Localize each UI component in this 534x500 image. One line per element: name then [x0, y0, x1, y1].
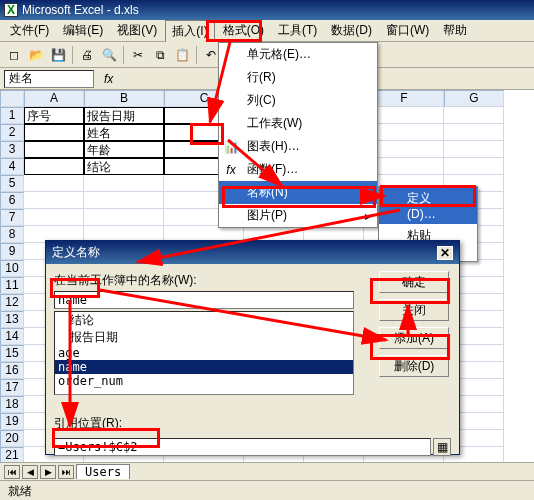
col-header[interactable]: G	[444, 90, 504, 107]
cell[interactable]	[24, 192, 84, 209]
row-header[interactable]: 20	[0, 430, 24, 447]
menu-data[interactable]: 数据(D)	[325, 20, 378, 41]
row-header[interactable]: 1	[0, 107, 24, 124]
list-item[interactable]: age	[55, 346, 353, 360]
copy-icon[interactable]: ⧉	[150, 45, 170, 65]
add-button[interactable]: 添加(A)	[379, 327, 449, 349]
row-header[interactable]: 17	[0, 379, 24, 396]
dialog-titlebar: 定义名称 ✕	[46, 241, 459, 264]
cell[interactable]	[444, 124, 504, 141]
row-header[interactable]: 5	[0, 175, 24, 192]
cell[interactable]	[24, 124, 84, 141]
name-input[interactable]	[54, 291, 354, 309]
dmi-sheet[interactable]: 工作表(W)	[219, 112, 377, 135]
print-icon[interactable]: 🖨	[77, 45, 97, 65]
cell[interactable]	[444, 141, 504, 158]
cell[interactable]: 姓名	[84, 124, 164, 141]
menu-window[interactable]: 窗口(W)	[380, 20, 435, 41]
row-header[interactable]: 11	[0, 277, 24, 294]
cell[interactable]	[444, 107, 504, 124]
dmi-define[interactable]: 定义(D)…	[379, 187, 477, 224]
tab-last-icon[interactable]: ⏭	[58, 465, 74, 479]
dmi-picture[interactable]: 图片(P)▸	[219, 204, 377, 227]
menu-tools[interactable]: 工具(T)	[272, 20, 323, 41]
cut-icon[interactable]: ✂	[128, 45, 148, 65]
cell[interactable]: 年龄	[84, 141, 164, 158]
sheet-tab[interactable]: Users	[76, 464, 130, 479]
cell[interactable]	[444, 158, 504, 175]
dmi-function[interactable]: fx函数(F)…	[219, 158, 377, 181]
dmi-name[interactable]: 名称(N)▸	[219, 181, 377, 204]
delete-button[interactable]: 删除(D)	[379, 355, 449, 377]
row-header[interactable]: 3	[0, 141, 24, 158]
menu-format[interactable]: 格式(O)	[217, 20, 270, 41]
row-header[interactable]: 8	[0, 226, 24, 243]
ok-button[interactable]: 确定	[379, 271, 449, 293]
sheet-tab-bar: ⏮ ◀ ▶ ⏭ Users	[0, 462, 534, 480]
menu-view[interactable]: 视图(V)	[111, 20, 163, 41]
cell[interactable]	[84, 192, 164, 209]
name-box[interactable]: 姓名	[4, 70, 94, 88]
col-header[interactable]: A	[24, 90, 84, 107]
chart-menu-icon: 📊	[223, 140, 239, 154]
dialog-close-button[interactable]: ✕	[437, 246, 453, 260]
row-header[interactable]: 18	[0, 396, 24, 413]
row-header[interactable]: 9	[0, 243, 24, 260]
row-header[interactable]: 12	[0, 294, 24, 311]
open-icon[interactable]: 📂	[26, 45, 46, 65]
row-header[interactable]: 4	[0, 158, 24, 175]
list-item[interactable]: name	[55, 360, 353, 374]
submenu-arrow-icon: ▸	[365, 186, 371, 200]
dmi-rows[interactable]: 行(R)	[219, 66, 377, 89]
col-header[interactable]: B	[84, 90, 164, 107]
row-header[interactable]: 10	[0, 260, 24, 277]
menu-file[interactable]: 文件(F)	[4, 20, 55, 41]
close-button[interactable]: 关闭	[379, 299, 449, 321]
dmi-cols[interactable]: 列(C)	[219, 89, 377, 112]
row-header[interactable]: 15	[0, 345, 24, 362]
dmi-chart[interactable]: 📊图表(H)…	[219, 135, 377, 158]
titlebar: X Microsoft Excel - d.xls	[0, 0, 534, 20]
new-icon[interactable]: ◻	[4, 45, 24, 65]
menu-help[interactable]: 帮助	[437, 20, 473, 41]
app-icon: X	[4, 3, 18, 17]
row-header[interactable]: 2	[0, 124, 24, 141]
row-header[interactable]: 7	[0, 209, 24, 226]
row-header[interactable]: 13	[0, 311, 24, 328]
cell[interactable]	[24, 141, 84, 158]
status-bar: 就绪	[0, 480, 534, 500]
fx-icon[interactable]: fx	[98, 72, 119, 86]
cell[interactable]	[24, 175, 84, 192]
fx-menu-icon: fx	[223, 163, 239, 177]
list-item[interactable]: 结论	[55, 312, 353, 329]
cell[interactable]	[84, 209, 164, 226]
insert-dropdown: 单元格(E)… 行(R) 列(C) 工作表(W) 📊图表(H)… fx函数(F)…	[218, 42, 378, 228]
status-text: 就绪	[8, 484, 32, 498]
list-item[interactable]: order_num	[55, 374, 353, 388]
cell[interactable]: 报告日期	[84, 107, 164, 124]
dmi-cells[interactable]: 单元格(E)…	[219, 43, 377, 66]
preview-icon[interactable]: 🔍	[99, 45, 119, 65]
names-listbox[interactable]: 结论 报告日期 age name order_num	[54, 311, 354, 395]
list-item[interactable]: 报告日期	[55, 329, 353, 346]
cell[interactable]: 序号	[24, 107, 84, 124]
row-header[interactable]: 16	[0, 362, 24, 379]
paste-icon[interactable]: 📋	[172, 45, 192, 65]
row-header[interactable]: 6	[0, 192, 24, 209]
reference-input[interactable]	[54, 438, 431, 456]
select-all-corner[interactable]	[0, 90, 24, 107]
tab-next-icon[interactable]: ▶	[40, 465, 56, 479]
range-picker-icon[interactable]: ▦	[433, 438, 451, 456]
menu-edit[interactable]: 编辑(E)	[57, 20, 109, 41]
menu-insert[interactable]: 插入(I)	[165, 20, 214, 42]
row-header[interactable]: 19	[0, 413, 24, 430]
save-icon[interactable]: 💾	[48, 45, 68, 65]
cell[interactable]	[24, 158, 84, 175]
cell[interactable]	[24, 209, 84, 226]
cell[interactable]: 结论	[84, 158, 164, 175]
tab-first-icon[interactable]: ⏮	[4, 465, 20, 479]
row-header[interactable]: 14	[0, 328, 24, 345]
cell[interactable]	[84, 175, 164, 192]
dialog-title: 定义名称	[52, 244, 100, 261]
tab-prev-icon[interactable]: ◀	[22, 465, 38, 479]
